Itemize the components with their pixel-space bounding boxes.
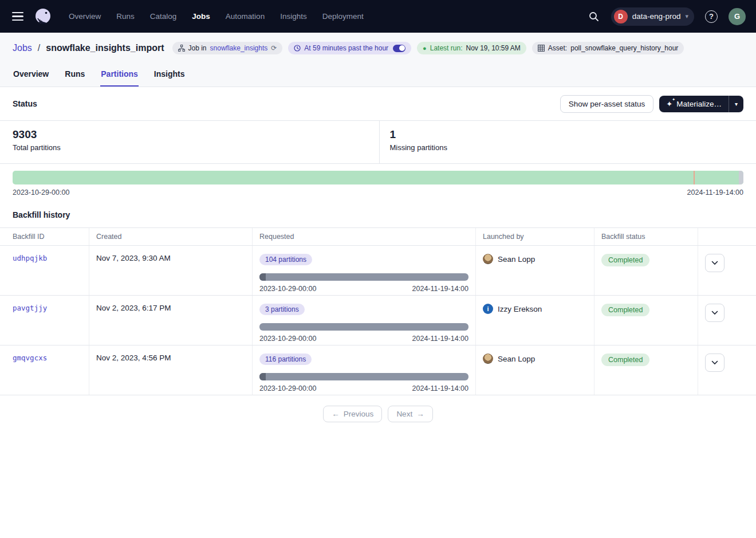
backfill-id-link[interactable]: gmqvgcxs	[13, 354, 47, 362]
reload-icon[interactable]: ⟳	[271, 44, 277, 52]
col-backfill-id: Backfill ID	[0, 228, 89, 245]
chevron-down-icon: ▾	[685, 13, 688, 20]
arrow-right-icon: →	[416, 410, 424, 418]
partition-count-badge: 116 partitions	[259, 354, 312, 365]
backfill-id-link[interactable]: pavgtjjy	[13, 304, 47, 312]
top-nav: Overview Runs Catalog Jobs Automation In…	[0, 0, 756, 33]
deployment-name: data-eng-prod	[632, 12, 681, 21]
hamburger-menu-icon[interactable]	[9, 8, 26, 25]
nav-item-runs[interactable]: Runs	[116, 12, 135, 21]
partition-stats: 9303 Total partitions 1 Missing partitio…	[0, 120, 756, 164]
chevron-down-icon	[711, 311, 718, 315]
requested-cell: 3 partitions 2023-10-29-00:00 2024-11-19…	[252, 296, 475, 345]
breadcrumb-jobs-link[interactable]: Jobs	[13, 43, 32, 53]
previous-page-button[interactable]: ← Previous	[323, 406, 382, 422]
arrow-left-icon: ←	[332, 410, 340, 418]
schedule-badge: At 59 minutes past the hour	[288, 42, 411, 54]
sparkle-icon: ✦✦	[666, 100, 672, 108]
dagster-logo-icon[interactable]	[32, 6, 54, 28]
asset-badge: Asset: poll_snowflake_query_history_hour	[532, 42, 684, 54]
total-partitions-label: Total partitions	[13, 143, 367, 152]
col-created: Created	[89, 228, 252, 245]
range-start: 2023-10-29-00:00	[259, 285, 316, 293]
nav-item-jobs[interactable]: Jobs	[192, 12, 210, 21]
status-badge: Completed	[601, 304, 649, 316]
primary-nav: Overview Runs Catalog Jobs Automation In…	[69, 12, 364, 21]
tab-partitions[interactable]: Partitions	[100, 65, 139, 87]
app-window: Overview Runs Catalog Jobs Automation In…	[0, 0, 756, 538]
table-row: pavgtjjy Nov 2, 2023, 6:17 PM 3 partitio…	[0, 296, 756, 345]
nav-item-insights[interactable]: Insights	[280, 12, 307, 21]
chevron-down-icon	[711, 360, 718, 365]
pagination: ← Previous Next →	[0, 395, 756, 433]
total-partitions-value: 9303	[13, 128, 367, 141]
schedule-toggle[interactable]	[393, 45, 405, 52]
show-per-asset-status-button[interactable]: Show per-asset status	[560, 95, 654, 113]
range-start: 2023-10-29-00:00	[259, 384, 316, 392]
launched-by-cell: i Izzy Erekson	[483, 304, 587, 314]
row-menu-button[interactable]	[705, 304, 724, 322]
range-end: 2024-11-19-14:00	[412, 335, 468, 343]
user-info-avatar: i	[483, 304, 493, 314]
tab-runs[interactable]: Runs	[64, 65, 85, 87]
backfill-table-header: Backfill ID Created Requested Launched b…	[0, 227, 756, 246]
nav-item-deployment[interactable]: Deployment	[322, 12, 364, 21]
requested-range-bar	[259, 373, 468, 380]
page-header: Jobs / snowflake_insights_import Job in …	[0, 33, 756, 87]
status-toolbar: Status Show per-asset status ✦✦ Material…	[0, 87, 756, 120]
col-requested: Requested	[252, 228, 475, 245]
col-backfill-status: Backfill status	[594, 228, 698, 245]
partition-count-badge: 104 partitions	[259, 254, 312, 265]
nav-item-automation[interactable]: Automation	[226, 12, 265, 21]
nav-item-catalog[interactable]: Catalog	[150, 12, 177, 21]
status-badge: Completed	[601, 354, 649, 366]
missing-partitions-label: Missing partitions	[390, 143, 744, 152]
tab-overview[interactable]: Overview	[13, 65, 49, 87]
partition-range-start: 2023-10-29-00:00	[13, 189, 69, 197]
row-menu-button[interactable]	[705, 354, 724, 372]
launched-by-cell: Sean Lopp	[483, 254, 587, 264]
materialize-button[interactable]: ✦✦ Materialize…	[659, 96, 729, 112]
deployment-switcher[interactable]: D data-eng-prod ▾	[611, 7, 694, 26]
user-photo-avatar	[483, 254, 493, 264]
user-avatar[interactable]: G	[729, 8, 746, 25]
launched-by-cell: Sean Lopp	[483, 354, 587, 364]
materialize-split-button: ✦✦ Materialize… ▾	[659, 96, 743, 112]
range-start: 2023-10-29-00:00	[259, 335, 316, 343]
col-launched-by: Launched by	[475, 228, 594, 245]
next-page-button[interactable]: Next →	[388, 406, 432, 422]
help-icon[interactable]: ?	[702, 7, 720, 26]
latest-run-badge: ● Latest run: Nov 19, 10:59 AM	[417, 42, 526, 54]
missing-partitions-value: 1	[390, 128, 744, 141]
chevron-down-icon: ▾	[735, 101, 738, 107]
clock-icon	[294, 45, 301, 52]
row-menu-button[interactable]	[705, 254, 724, 272]
requested-cell: 116 partitions 2023-10-29-00:00 2024-11-…	[252, 345, 475, 395]
requested-range-bar	[259, 323, 468, 331]
partition-count-badge: 3 partitions	[259, 304, 305, 315]
job-location-badge: Job in snowflake_insights ⟳	[172, 42, 283, 54]
page-title: snowflake_insights_import	[46, 43, 164, 53]
requested-cell: 104 partitions 2023-10-29-00:00 2024-11-…	[252, 246, 475, 295]
latest-run-time: Nov 19, 10:59 AM	[466, 44, 520, 52]
asset-table-icon	[538, 45, 545, 52]
job-graph-icon	[178, 45, 185, 52]
status-heading: Status	[13, 99, 37, 108]
range-end: 2024-11-19-14:00	[412, 384, 468, 392]
page-tabs: Overview Runs Partitions Insights	[0, 65, 756, 87]
partition-marker-line	[694, 171, 695, 184]
breadcrumb-separator: /	[38, 43, 40, 53]
table-row: gmqvgcxs Nov 2, 2023, 4:56 PM 116 partit…	[0, 345, 756, 395]
requested-range-bar	[259, 273, 468, 281]
search-icon[interactable]	[585, 7, 603, 26]
created-cell: Nov 2, 2023, 4:56 PM	[89, 345, 252, 395]
missing-partition-segment	[739, 171, 743, 184]
job-location-link[interactable]: snowflake_insights	[210, 44, 268, 52]
partition-health-bar[interactable]	[13, 171, 743, 184]
tab-insights[interactable]: Insights	[153, 65, 186, 87]
range-end: 2024-11-19-14:00	[412, 285, 468, 293]
nav-item-overview[interactable]: Overview	[69, 12, 101, 21]
status-badge: Completed	[601, 254, 649, 266]
materialize-dropdown-button[interactable]: ▾	[729, 96, 743, 112]
backfill-id-link[interactable]: udhpqjkb	[13, 254, 47, 262]
